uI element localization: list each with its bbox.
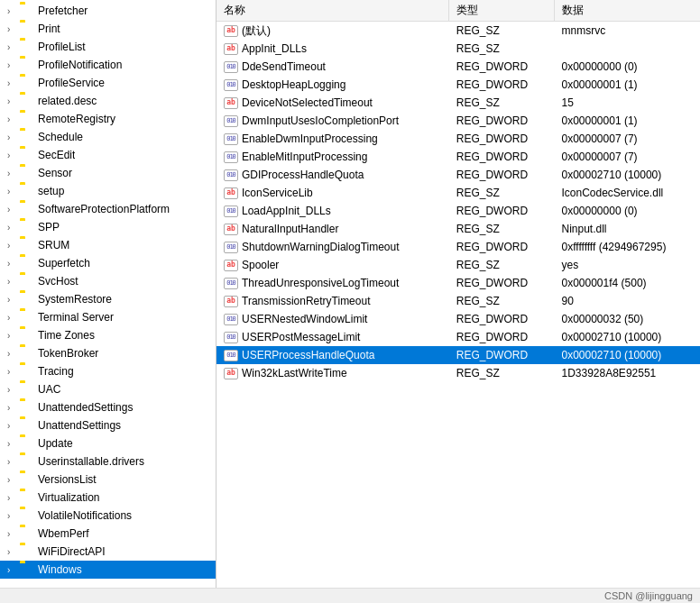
- tree-item[interactable]: ›Schedule: [0, 128, 216, 146]
- tree-item[interactable]: ›VersionsList: [0, 471, 216, 489]
- tree-item[interactable]: ›SystemRestore: [0, 290, 216, 308]
- folder-icon: [20, 473, 34, 486]
- registry-name-cell: 010GDIProcessHandleQuota: [216, 166, 449, 184]
- tree-item[interactable]: ›Terminal Server: [0, 308, 216, 326]
- tree-panel[interactable]: ›Prefetcher›Print›ProfileList›ProfileNot…: [0, 0, 216, 588]
- table-col-header[interactable]: 数据: [554, 0, 700, 22]
- tree-item-label: Superfetch: [38, 257, 90, 270]
- tree-arrow-icon: ›: [7, 60, 20, 70]
- registry-entry-name: DdeSendTimeout: [242, 60, 326, 73]
- table-row[interactable]: 010ThreadUnresponsiveLogTimeoutREG_DWORD…: [216, 274, 700, 292]
- registry-type-cell: REG_SZ: [449, 256, 555, 274]
- tree-item[interactable]: ›WbemPerf: [0, 525, 216, 543]
- table-row[interactable]: 010DdeSendTimeoutREG_DWORD0x00000000 (0): [216, 58, 700, 76]
- tree-item-label: UAC: [38, 383, 60, 396]
- reg-sz-icon: ab: [224, 43, 238, 55]
- values-panel[interactable]: 名称类型数据 ab(默认)REG_SZmnmsrvcabAppInit_DLLs…: [216, 0, 700, 588]
- registry-name-cell: abWin32kLastWriteTime: [216, 364, 449, 382]
- folder-icon: [20, 5, 34, 17]
- tree-item[interactable]: ›Prefetcher: [0, 2, 216, 20]
- registry-data-cell: 0x00000000 (0): [554, 202, 700, 220]
- registry-type-cell: REG_SZ: [449, 184, 555, 202]
- folder-icon: [20, 365, 34, 378]
- tree-item[interactable]: ›SvcHost: [0, 272, 216, 290]
- registry-entry-name: ShutdownWarningDialogTimeout: [242, 241, 400, 253]
- tree-item-label: Update: [38, 437, 73, 450]
- registry-type-cell: REG_SZ: [449, 40, 555, 58]
- tree-item-label: Time Zones: [38, 329, 95, 342]
- registry-data-cell: mnmsrvc: [554, 22, 700, 41]
- table-row[interactable]: abIconServiceLibREG_SZIconCodecService.d…: [216, 184, 700, 202]
- tree-item[interactable]: ›TokenBroker: [0, 344, 216, 362]
- tree-item[interactable]: ›Print: [0, 20, 216, 38]
- tree-item[interactable]: ›setup: [0, 182, 216, 200]
- table-row[interactable]: 010GDIProcessHandleQuotaREG_DWORD0x00002…: [216, 166, 700, 184]
- registry-type-cell: REG_DWORD: [449, 58, 555, 76]
- table-row[interactable]: abTransmissionRetryTimeoutREG_SZ90: [216, 292, 700, 310]
- tree-arrow-icon: ›: [7, 457, 20, 467]
- tree-item[interactable]: ›WiFiDirectAPI: [0, 543, 216, 561]
- tree-item[interactable]: ›SoftwareProtectionPlatform: [0, 200, 216, 218]
- folder-icon: [20, 149, 34, 161]
- tree-item[interactable]: ›ProfileNotification: [0, 56, 216, 74]
- table-row[interactable]: 010USERNestedWindowLimitREG_DWORD0x00000…: [216, 310, 700, 328]
- tree-item[interactable]: ›Sensor: [0, 164, 216, 182]
- registry-entry-name: ThreadUnresponsiveLogTimeout: [242, 277, 399, 289]
- reg-sz-icon: ab: [224, 224, 238, 235]
- folder-icon: [20, 77, 34, 89]
- registry-entry-name: USERProcessHandleQuota: [242, 349, 374, 361]
- table-col-header[interactable]: 类型: [449, 0, 555, 22]
- table-row[interactable]: 010DesktopHeapLoggingREG_DWORD0x00000001…: [216, 76, 700, 94]
- tree-item[interactable]: ›RemoteRegistry: [0, 110, 216, 128]
- table-row[interactable]: ab(默认)REG_SZmnmsrvc: [216, 22, 700, 41]
- registry-entry-name: EnableDwmInputProcessing: [242, 132, 378, 145]
- tree-item[interactable]: ›Virtualization: [0, 489, 216, 507]
- registry-data-cell: 0x00000000 (0): [554, 58, 700, 76]
- tree-item-label: TokenBroker: [38, 347, 98, 360]
- registry-entry-name: Win32kLastWriteTime: [242, 367, 347, 379]
- tree-item[interactable]: ›Windows: [0, 561, 216, 579]
- tree-item-label: RemoteRegistry: [38, 113, 115, 125]
- tree-item[interactable]: ›UnattendedSettings: [0, 398, 216, 416]
- tree-item[interactable]: ›SRUM: [0, 236, 216, 254]
- table-row[interactable]: 010USERProcessHandleQuotaREG_DWORD0x0000…: [216, 346, 700, 364]
- reg-dword-icon: 010: [224, 133, 238, 145]
- tree-item[interactable]: ›Superfetch: [0, 254, 216, 272]
- folder-icon: [20, 41, 34, 53]
- folder-icon: [20, 95, 34, 107]
- tree-item[interactable]: ›ProfileList: [0, 38, 216, 56]
- table-row[interactable]: 010ShutdownWarningDialogTimeoutREG_DWORD…: [216, 238, 700, 256]
- tree-item-label: SRUM: [38, 239, 69, 251]
- table-row[interactable]: 010USERPostMessageLimitREG_DWORD0x000027…: [216, 328, 700, 346]
- table-row[interactable]: 010EnableMitInputProcessingREG_DWORD0x00…: [216, 148, 700, 166]
- tree-item-label: Sensor: [38, 167, 72, 179]
- tree-item[interactable]: ›Update: [0, 434, 216, 452]
- registry-name-cell: 010USERProcessHandleQuota: [216, 346, 449, 364]
- tree-item[interactable]: ›SecEdit: [0, 146, 216, 164]
- registry-entry-name: DesktopHeapLogging: [242, 78, 345, 91]
- reg-dword-icon: 010: [224, 206, 238, 217]
- tree-item[interactable]: ›related.desc: [0, 92, 216, 110]
- tree-item[interactable]: ›UnattendSettings: [0, 416, 216, 434]
- folder-icon: [20, 239, 34, 251]
- tree-item-label: Userinstallable.drivers: [38, 455, 144, 468]
- table-row[interactable]: 010DwmInputUsesIoCompletionPortREG_DWORD…: [216, 112, 700, 130]
- table-row[interactable]: abDeviceNotSelectedTimeoutREG_SZ15: [216, 94, 700, 112]
- registry-name-cell: 010DesktopHeapLogging: [216, 76, 449, 94]
- table-row[interactable]: 010EnableDwmInputProcessingREG_DWORD0x00…: [216, 130, 700, 148]
- tree-item[interactable]: ›SPP: [0, 218, 216, 236]
- tree-item[interactable]: ›UAC: [0, 380, 216, 398]
- registry-entry-name: DwmInputUsesIoCompletionPort: [242, 114, 399, 127]
- table-row[interactable]: abAppInit_DLLsREG_SZ: [216, 40, 700, 58]
- table-row[interactable]: abNaturalInputHandlerREG_SZNinput.dll: [216, 220, 700, 238]
- tree-item[interactable]: ›ProfileService: [0, 74, 216, 92]
- tree-item[interactable]: ›VolatileNotifications: [0, 507, 216, 525]
- tree-item[interactable]: ›Userinstallable.drivers: [0, 452, 216, 471]
- table-col-header[interactable]: 名称: [216, 0, 449, 22]
- reg-dword-icon: 010: [224, 314, 238, 325]
- table-row[interactable]: abWin32kLastWriteTimeREG_SZ1D33928A8E925…: [216, 364, 700, 382]
- tree-item[interactable]: ›Tracing: [0, 362, 216, 380]
- tree-item[interactable]: ›Time Zones: [0, 326, 216, 344]
- table-row[interactable]: 010LoadAppInit_DLLsREG_DWORD0x00000000 (…: [216, 202, 700, 220]
- table-row[interactable]: abSpoolerREG_SZyes: [216, 256, 700, 274]
